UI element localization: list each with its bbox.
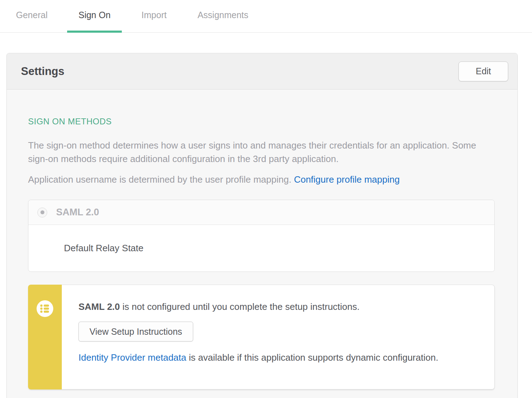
tab-sign-on[interactable]: Sign On <box>67 0 122 32</box>
setup-notice-message-rest: is not configured until you complete the… <box>120 301 360 312</box>
setup-notice-message: SAML 2.0 is not configured until you com… <box>78 301 480 312</box>
settings-panel-body: SIGN ON METHODS The sign-on method deter… <box>7 117 517 389</box>
default-relay-state-label: Default Relay State <box>64 243 143 254</box>
username-note: Application username is determined by th… <box>28 173 495 186</box>
metadata-note: Identity Provider metadata is available … <box>78 352 480 363</box>
settings-panel: Settings Edit SIGN ON METHODS The sign-o… <box>6 53 518 398</box>
bullet-list-icon <box>37 300 53 318</box>
settings-panel-header: Settings Edit <box>7 53 517 90</box>
saml-radio[interactable] <box>37 208 47 217</box>
setup-notice-method: SAML 2.0 <box>78 301 120 312</box>
saml-method-card: SAML 2.0 Default Relay State <box>28 200 495 272</box>
identity-provider-metadata-link[interactable]: Identity Provider metadata <box>78 352 186 363</box>
configure-profile-mapping-link[interactable]: Configure profile mapping <box>294 174 400 185</box>
sign-on-methods-heading: SIGN ON METHODS <box>28 117 495 127</box>
username-note-text: Application username is determined by th… <box>28 174 294 185</box>
setup-notice-stripe <box>28 285 62 389</box>
tab-import[interactable]: Import <box>130 0 178 32</box>
setup-notice-content: SAML 2.0 is not configured until you com… <box>62 285 495 389</box>
sign-on-methods-description: The sign-on method determines how a user… <box>28 139 495 166</box>
view-setup-instructions-button[interactable]: View Setup Instructions <box>78 322 193 341</box>
setup-notice: SAML 2.0 is not configured until you com… <box>28 285 495 389</box>
panel-title: Settings <box>21 65 64 78</box>
saml-method-body: Default Relay State <box>28 225 494 271</box>
tab-general[interactable]: General <box>5 0 59 32</box>
saml-method-label: SAML 2.0 <box>56 207 99 218</box>
saml-radio-dot <box>40 210 44 214</box>
saml-method-header: SAML 2.0 <box>28 200 494 225</box>
metadata-note-rest: is available if this application support… <box>186 352 439 363</box>
tab-assignments[interactable]: Assignments <box>186 0 260 32</box>
edit-button[interactable]: Edit <box>458 61 508 81</box>
app-tabbar: General Sign On Import Assignments <box>0 0 532 33</box>
